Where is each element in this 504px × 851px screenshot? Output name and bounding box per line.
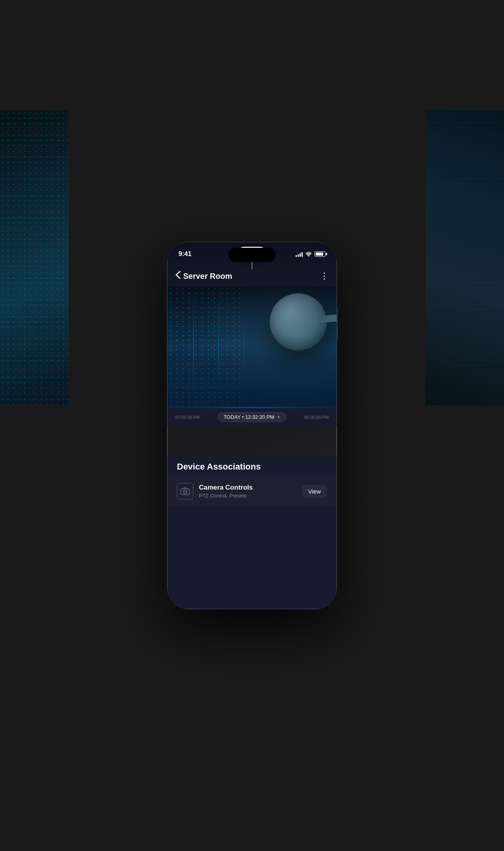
timeline-section: 07:00:00 PM TODAY • 12:32:20 PM ▼ 09:00:… bbox=[167, 408, 337, 426]
signal-bars-icon bbox=[296, 251, 303, 257]
back-button[interactable] bbox=[175, 271, 181, 282]
timeline-time-left: 07:00:00 PM bbox=[175, 415, 200, 420]
timeline-time-right: 09:00:00 PM bbox=[304, 415, 329, 420]
status-icons bbox=[296, 251, 326, 257]
timeline-current-text: TODAY • 12:32:20 PM bbox=[224, 414, 274, 420]
device-associations-title: Device Associations bbox=[177, 462, 261, 472]
camera-feed bbox=[167, 286, 337, 408]
content-area: Device Associations Camera Controls bbox=[167, 455, 337, 609]
camera-icon bbox=[180, 487, 190, 495]
camera-view-button[interactable]: View bbox=[302, 485, 327, 498]
live-line bbox=[252, 262, 252, 269]
timeline-current-badge[interactable]: TODAY • 12:32:20 PM ▼ bbox=[218, 412, 287, 422]
more-button[interactable]: ⋮ bbox=[320, 271, 329, 281]
camera-controls-item: Camera Controls PTZ Control, Presets Vie… bbox=[167, 477, 337, 506]
timeline-dropdown-arrow-icon: ▼ bbox=[276, 415, 280, 419]
dynamic-island bbox=[228, 248, 276, 262]
camera-icon-box bbox=[177, 483, 193, 499]
device-associations-section: Device Associations bbox=[167, 455, 337, 477]
camera-controls-name: Camera Controls bbox=[199, 484, 302, 492]
battery-icon bbox=[315, 251, 326, 257]
wifi-icon bbox=[305, 251, 312, 257]
camera-controls-subtitle: PTZ Control, Presets bbox=[199, 493, 302, 499]
camera-controls-info: Camera Controls PTZ Control, Presets bbox=[199, 484, 302, 499]
status-time: 9:41 bbox=[178, 250, 191, 258]
page-title: Server Room bbox=[183, 272, 320, 281]
